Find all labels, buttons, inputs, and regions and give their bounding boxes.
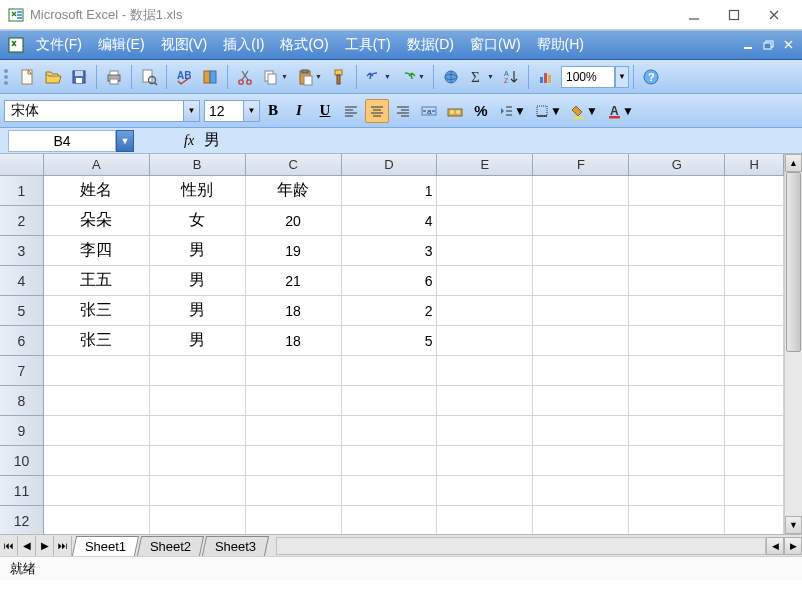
print-preview-button[interactable] [137, 65, 161, 89]
cell[interactable]: 18 [246, 326, 342, 356]
cell[interactable] [629, 446, 725, 476]
cell[interactable] [533, 416, 629, 446]
cell[interactable] [437, 356, 533, 386]
underline-button[interactable]: U [313, 99, 337, 123]
row-header[interactable]: 4 [0, 266, 44, 296]
cell[interactable]: 21 [246, 266, 342, 296]
cell[interactable] [150, 446, 246, 476]
cell[interactable] [437, 416, 533, 446]
chart-wizard-button[interactable] [534, 65, 558, 89]
doc-close-button[interactable] [780, 36, 798, 54]
cell[interactable] [437, 386, 533, 416]
cell[interactable] [342, 356, 438, 386]
cell[interactable]: 19 [246, 236, 342, 266]
menu-tools[interactable]: 工具(T) [337, 33, 399, 57]
cell[interactable] [629, 236, 725, 266]
column-header[interactable]: C [246, 154, 342, 176]
row-header[interactable]: 2 [0, 206, 44, 236]
cell[interactable] [342, 446, 438, 476]
cell[interactable] [725, 176, 784, 206]
cell[interactable] [533, 266, 629, 296]
doc-minimize-button[interactable] [740, 36, 758, 54]
menu-format[interactable]: 格式(O) [272, 33, 336, 57]
cell[interactable] [725, 326, 784, 356]
cell[interactable] [533, 506, 629, 534]
open-button[interactable] [41, 65, 65, 89]
align-right-button[interactable] [391, 99, 415, 123]
name-box[interactable]: B4 [8, 130, 116, 152]
cell[interactable] [150, 476, 246, 506]
cell[interactable]: 2 [342, 296, 438, 326]
cell[interactable] [629, 356, 725, 386]
font-color-button[interactable]: A▼ [603, 99, 637, 123]
currency-button[interactable] [443, 99, 467, 123]
cell[interactable]: 年龄 [246, 176, 342, 206]
cell[interactable]: 3 [342, 236, 438, 266]
cell[interactable] [533, 446, 629, 476]
cell[interactable] [725, 386, 784, 416]
cell[interactable] [725, 416, 784, 446]
paste-button[interactable]: ▼ [293, 65, 325, 89]
italic-button[interactable]: I [287, 99, 311, 123]
format-painter-button[interactable] [327, 65, 351, 89]
close-button[interactable] [754, 1, 794, 29]
cell[interactable] [725, 266, 784, 296]
cut-button[interactable] [233, 65, 257, 89]
row-header[interactable]: 5 [0, 296, 44, 326]
cell[interactable] [725, 476, 784, 506]
horizontal-scrollbar[interactable] [276, 537, 766, 555]
excel-doc-icon[interactable] [6, 35, 26, 55]
cell[interactable] [725, 296, 784, 326]
cell[interactable] [629, 476, 725, 506]
cell[interactable]: 性别 [150, 176, 246, 206]
sheet-tab-3[interactable]: Sheet3 [202, 536, 269, 556]
cell[interactable]: 6 [342, 266, 438, 296]
menu-file[interactable]: 文件(F) [28, 33, 90, 57]
cell[interactable] [629, 386, 725, 416]
cell[interactable] [342, 476, 438, 506]
cell[interactable] [44, 386, 150, 416]
cell[interactable] [629, 296, 725, 326]
copy-button[interactable]: ▼ [259, 65, 291, 89]
tab-nav-next[interactable]: ▶ [36, 536, 54, 556]
row-header[interactable]: 11 [0, 476, 44, 506]
font-size-dropdown[interactable]: ▼ [244, 100, 260, 122]
vertical-scrollbar[interactable]: ▲ ▼ [784, 154, 802, 534]
cell[interactable]: 男 [150, 326, 246, 356]
cell[interactable]: 4 [342, 206, 438, 236]
cell[interactable] [246, 416, 342, 446]
column-header[interactable]: A [44, 154, 150, 176]
cell[interactable] [246, 476, 342, 506]
cell[interactable] [246, 386, 342, 416]
undo-button[interactable]: ▼ [362, 65, 394, 89]
cell[interactable]: 女 [150, 206, 246, 236]
cell[interactable]: 20 [246, 206, 342, 236]
autosum-button[interactable]: Σ▼ [465, 65, 497, 89]
cell[interactable] [246, 356, 342, 386]
cell[interactable] [437, 266, 533, 296]
cell[interactable] [150, 356, 246, 386]
cell[interactable]: 18 [246, 296, 342, 326]
tab-nav-last[interactable]: ⏭ [54, 536, 72, 556]
tab-nav-prev[interactable]: ◀ [18, 536, 36, 556]
cell[interactable] [437, 176, 533, 206]
font-name-input[interactable]: 宋体 [4, 100, 184, 122]
help-button[interactable]: ? [639, 65, 663, 89]
borders-button[interactable]: ▼ [531, 99, 565, 123]
cell[interactable] [629, 266, 725, 296]
cell[interactable] [246, 446, 342, 476]
cell[interactable] [150, 416, 246, 446]
cell[interactable] [725, 506, 784, 534]
cell[interactable] [437, 446, 533, 476]
cell[interactable]: 男 [150, 296, 246, 326]
sort-asc-button[interactable]: AZ [499, 65, 523, 89]
scroll-up-button[interactable]: ▲ [785, 154, 802, 172]
menu-insert[interactable]: 插入(I) [215, 33, 272, 57]
percent-button[interactable]: % [469, 99, 493, 123]
doc-restore-button[interactable] [760, 36, 778, 54]
font-name-dropdown[interactable]: ▼ [184, 100, 200, 122]
name-box-dropdown[interactable]: ▼ [116, 130, 134, 152]
cell[interactable]: 朵朵 [44, 206, 150, 236]
row-header[interactable]: 1 [0, 176, 44, 206]
cell[interactable] [629, 506, 725, 534]
